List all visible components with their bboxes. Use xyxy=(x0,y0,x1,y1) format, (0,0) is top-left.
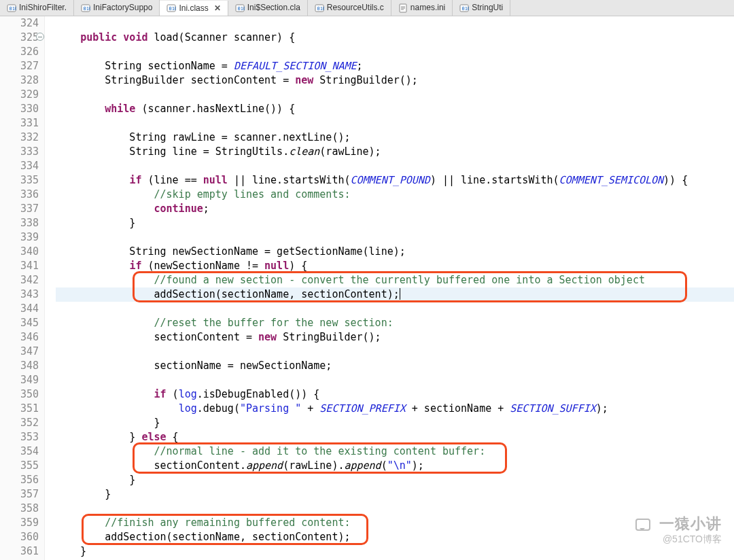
token-kw: void xyxy=(123,31,147,43)
line-number: 344 xyxy=(0,302,39,316)
code-line[interactable]: continue; xyxy=(56,202,734,216)
code-line[interactable]: } xyxy=(56,416,734,430)
line-number: 345 xyxy=(0,316,39,330)
editor-tab-2[interactable]: 010Ini.class✕ xyxy=(160,1,228,16)
token-kw: new xyxy=(295,74,313,86)
line-number: 357 xyxy=(0,487,39,502)
code-line[interactable]: String rawLine = scanner.nextLine(); xyxy=(56,130,734,145)
code-line[interactable]: } xyxy=(56,473,734,487)
token-plain xyxy=(117,31,123,43)
editor-tab-0[interactable]: 010IniShiroFilter. xyxy=(0,0,74,16)
code-line[interactable]: addSection(sectionName, sectionContent); xyxy=(56,530,734,544)
code-line[interactable] xyxy=(56,16,734,31)
token-plain xyxy=(56,260,129,272)
token-plain: { xyxy=(167,431,179,443)
code-line[interactable] xyxy=(56,345,734,359)
token-plain: } xyxy=(56,431,141,443)
code-line[interactable]: public void load(Scanner scanner) { xyxy=(56,31,734,45)
code-line[interactable]: if (line == null || line.startsWith(COMM… xyxy=(56,173,734,188)
code-line[interactable]: //skip empty lines and comments: xyxy=(56,188,734,202)
token-plain: addSection(sectionName, sectionContent); xyxy=(56,288,400,300)
code-area[interactable]: public void load(Scanner scanner) { Stri… xyxy=(45,16,734,560)
token-plain xyxy=(56,388,154,400)
token-mth: append xyxy=(246,459,283,472)
code-line[interactable] xyxy=(56,302,734,316)
token-plain: (scanner.hasNextLine()) { xyxy=(135,103,295,115)
line-number: 335 xyxy=(0,173,39,188)
line-number: 346 xyxy=(0,330,39,345)
code-line[interactable]: } xyxy=(56,487,734,502)
token-plain xyxy=(56,445,154,457)
token-plain: || line.startsWith( xyxy=(228,174,351,186)
svg-text:010: 010 xyxy=(10,6,17,12)
token-plain: ) { xyxy=(289,260,307,272)
tab-label: Ini.class xyxy=(179,1,208,16)
code-line[interactable] xyxy=(56,116,734,130)
line-number: 361 xyxy=(0,544,39,559)
editor-tab-1[interactable]: 010IniFactorySuppo xyxy=(74,0,160,16)
token-plain: + xyxy=(301,402,319,415)
token-plain xyxy=(56,203,154,215)
close-icon[interactable]: ✕ xyxy=(211,1,221,16)
token-plain xyxy=(56,402,179,415)
token-kw: if xyxy=(154,388,167,400)
code-line[interactable]: } xyxy=(56,544,734,559)
editor-tab-5[interactable]: names.ini xyxy=(391,0,453,16)
code-line[interactable]: //found a new section - convert the curr… xyxy=(56,273,734,287)
code-line[interactable]: if (log.isDebugEnabled()) { xyxy=(56,387,734,402)
token-plain: } xyxy=(56,474,135,486)
code-line[interactable]: addSection(sectionName, sectionContent); xyxy=(56,287,734,302)
code-line[interactable]: log.debug("Parsing " + SECTION_PREFIX + … xyxy=(56,402,734,416)
token-plain: (rawLine); xyxy=(319,145,381,158)
token-plain: String newSectionName = getSectionName(l… xyxy=(56,245,406,258)
code-line[interactable] xyxy=(56,502,734,516)
token-cmt: //normal line - add it to the existing c… xyxy=(154,445,486,457)
code-editor[interactable]: 3243253263273283293303313323333343353363… xyxy=(0,16,734,560)
code-line[interactable]: while (scanner.hasNextLine()) { xyxy=(56,102,734,116)
code-line[interactable] xyxy=(56,88,734,102)
code-line[interactable]: sectionName = newSectionName; xyxy=(56,359,734,373)
code-line[interactable]: String sectionName = DEFAULT_SECTION_NAM… xyxy=(56,59,734,73)
line-number: 349 xyxy=(0,373,39,387)
line-number: 331 xyxy=(0,116,39,130)
fold-toggle-icon[interactable] xyxy=(36,33,44,41)
code-line[interactable] xyxy=(56,159,734,173)
code-line[interactable]: StringBuilder sectionContent = new Strin… xyxy=(56,73,734,88)
token-mth: append xyxy=(344,459,381,472)
code-line[interactable]: sectionContent.append(rawLine).append("\… xyxy=(56,459,734,473)
code-line[interactable] xyxy=(56,45,734,59)
code-line[interactable]: sectionContent = new StringBuilder(); xyxy=(56,330,734,345)
token-plain: .isDebugEnabled()) { xyxy=(197,388,320,400)
code-line[interactable]: } xyxy=(56,216,734,230)
code-line[interactable] xyxy=(56,373,734,387)
text-caret xyxy=(400,288,400,300)
line-number: 360 xyxy=(0,530,39,544)
code-line[interactable] xyxy=(56,230,734,245)
editor-tab-4[interactable]: 010ResourceUtils.c xyxy=(308,0,391,16)
code-line[interactable]: } else { xyxy=(56,430,734,444)
editor-tab-6[interactable]: 010StringUti xyxy=(453,0,510,16)
tab-label: StringUti xyxy=(472,1,503,15)
code-line[interactable]: //reset the buffer for the new section: xyxy=(56,316,734,330)
token-plain: )) { xyxy=(663,174,688,186)
line-number: 347 xyxy=(0,345,39,359)
line-number: 330 xyxy=(0,102,39,116)
token-plain: sectionContent. xyxy=(56,459,246,472)
tab-label: IniShiroFilter. xyxy=(19,1,67,15)
token-plain: ); xyxy=(596,402,608,415)
code-line[interactable]: //finish any remaining buffered content: xyxy=(56,516,734,530)
class-file-icon: 010 xyxy=(235,3,245,13)
line-number: 350 xyxy=(0,387,39,402)
token-kw: continue xyxy=(154,203,203,215)
line-number: 348 xyxy=(0,359,39,373)
code-line[interactable]: //normal line - add it to the existing c… xyxy=(56,444,734,459)
token-kw: null xyxy=(264,260,289,272)
token-mth: clean xyxy=(289,145,319,158)
editor-tab-3[interactable]: 010Ini$Section.cla xyxy=(228,0,308,16)
code-line[interactable]: String line = StringUtils.clean(rawLine)… xyxy=(56,145,734,159)
tab-label: names.ini xyxy=(410,1,445,15)
token-plain xyxy=(56,103,105,115)
text-file-icon xyxy=(398,3,408,13)
code-line[interactable]: String newSectionName = getSectionName(l… xyxy=(56,245,734,259)
code-line[interactable]: if (newSectionName != null) { xyxy=(56,259,734,273)
